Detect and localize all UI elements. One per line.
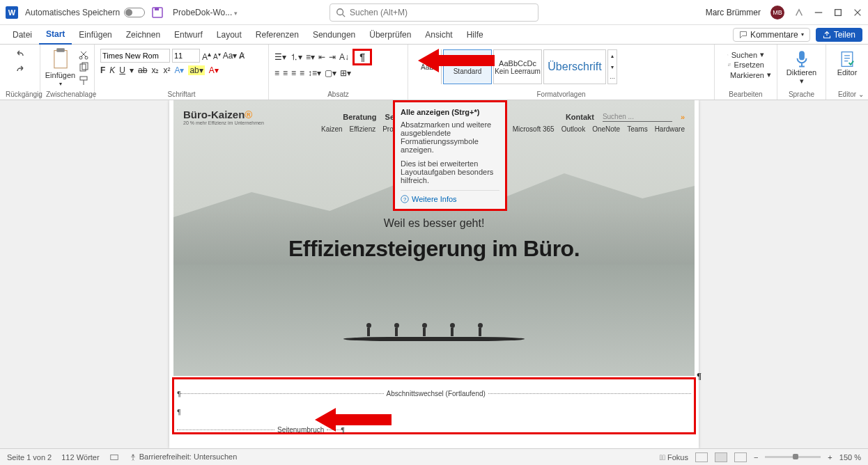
subnav-m365: Microsoft 365 [513, 125, 555, 133]
status-page[interactable]: Seite 1 von 2 [7, 453, 52, 462]
redo-icon[interactable] [15, 65, 26, 77]
close-icon[interactable] [853, 8, 862, 17]
maximize-icon[interactable] [833, 8, 843, 17]
view-web-icon[interactable] [734, 452, 747, 462]
zoom-slider[interactable] [765, 456, 821, 458]
svg-text:?: ? [403, 196, 406, 203]
svg-marker-19 [418, 49, 495, 72]
status-focus[interactable]: �⃞ Fokus [660, 453, 688, 462]
align-right-icon[interactable]: ≡ [291, 68, 296, 78]
document-name[interactable]: ProbeDok-Wo... [173, 8, 238, 17]
clear-format-icon[interactable]: A̷ [239, 51, 245, 61]
change-case-icon[interactable]: Aa▾ [223, 51, 238, 61]
bold-button[interactable]: F [100, 65, 105, 75]
paste-icon [51, 47, 70, 70]
hero-logo-sub: 20 % mehr Effizienz im Unternehmen [183, 120, 264, 125]
superscript-button[interactable]: x² [163, 65, 170, 75]
annotation-arrow-bottom [315, 408, 392, 432]
minimize-icon[interactable] [814, 8, 823, 17]
tab-layout[interactable]: Layout [210, 25, 249, 45]
strike-button[interactable]: ab [138, 65, 147, 75]
style-no-spacing[interactable]: AaBbCcDcKein Leerraum [493, 49, 542, 84]
share-button[interactable]: Teilen [816, 28, 862, 42]
subscript-button[interactable]: x₂ [151, 65, 159, 75]
sort-icon[interactable]: A↓ [339, 52, 349, 62]
dictate-button[interactable]: Diktieren▾ [783, 47, 820, 88]
italic-button[interactable]: K [109, 65, 115, 75]
shrink-font-icon[interactable]: A▾ [213, 51, 221, 61]
tab-zeichnen[interactable]: Zeichnen [119, 25, 167, 45]
dictate-label: Diktieren [786, 68, 816, 77]
replace-icon [727, 61, 731, 69]
ribbon-collapse-icon[interactable]: ⌄ [858, 90, 864, 98]
justify-icon[interactable]: ≡ [300, 68, 304, 78]
subnav-outlook: Outlook [561, 125, 585, 133]
subnav-teams: Teams [627, 125, 647, 133]
zoom-in-icon[interactable]: + [828, 453, 832, 462]
hero-search: Suchen ... [603, 112, 672, 122]
zoom-out-icon[interactable]: − [754, 453, 758, 462]
tab-datei[interactable]: Datei [6, 25, 39, 45]
grow-font-icon[interactable]: A▴ [202, 50, 211, 62]
subnav-onenote: OneNote [592, 125, 620, 133]
find-button[interactable]: Suchen ▾ [727, 50, 764, 59]
increase-indent-icon[interactable]: ⇥ [329, 52, 336, 62]
comments-button[interactable]: Kommentare ▾ [733, 28, 810, 42]
select-button[interactable]: Markieren ▾ [727, 70, 764, 79]
highlight-icon[interactable]: ab▾ [188, 65, 204, 75]
align-center-icon[interactable]: ≡ [283, 68, 288, 78]
view-read-icon[interactable] [695, 452, 708, 462]
svg-rect-1 [155, 8, 159, 10]
copy-icon[interactable] [78, 62, 89, 73]
tab-einfuegen[interactable]: Einfügen [72, 25, 118, 45]
numbering-icon[interactable]: ⒈▾ [290, 52, 302, 63]
multilevel-icon[interactable]: ≡▾ [306, 52, 315, 62]
autosave-toggle[interactable] [124, 8, 145, 17]
align-left-icon[interactable]: ≡ [274, 68, 279, 78]
font-color-icon[interactable]: A▾ [209, 65, 219, 75]
svg-line-16 [728, 55, 729, 56]
zoom-level[interactable]: 150 % [839, 453, 861, 462]
tab-ansicht[interactable]: Ansicht [418, 25, 459, 45]
status-accessibility[interactable]: Barrierefreiheit: Untersuchen [129, 452, 238, 462]
styles-group-label: Formatvorlagen [414, 90, 708, 100]
bullets-icon[interactable]: ☰▾ [274, 52, 286, 62]
show-hide-paragraph-button[interactable]: ¶ [352, 49, 372, 65]
shading-icon[interactable]: ▢▾ [325, 68, 336, 78]
save-icon[interactable] [152, 7, 163, 18]
view-print-icon[interactable] [715, 452, 727, 462]
tab-ueberpruefen[interactable]: Überprüfen [362, 25, 418, 45]
text-effects-icon[interactable]: A▾ [174, 65, 184, 75]
style-heading[interactable]: Überschrift [543, 49, 606, 84]
replace-button[interactable]: Ersetzen [727, 61, 764, 69]
tab-start[interactable]: Start [39, 25, 72, 45]
cut-icon[interactable] [78, 49, 89, 60]
undo-icon[interactable] [15, 50, 26, 61]
paste-button[interactable]: Einfügen ▾ [45, 47, 75, 87]
status-words[interactable]: 112 Wörter [61, 453, 99, 462]
underline-button[interactable]: U [119, 65, 125, 75]
user-name[interactable]: Marc Brümmer [706, 8, 761, 17]
decrease-indent-icon[interactable]: ⇤ [318, 52, 325, 62]
borders-icon[interactable]: ⊞▾ [340, 68, 351, 78]
clipboard-group-label: Zwischenablage [46, 90, 88, 100]
font-name-select[interactable] [100, 49, 170, 63]
tab-hilfe[interactable]: Hilfe [460, 25, 490, 45]
tab-sendungen[interactable]: Sendungen [306, 25, 362, 45]
user-avatar[interactable]: MB [770, 6, 784, 19]
subnav-kaizen: Kaizen [321, 125, 343, 133]
tab-entwurf[interactable]: Entwurf [167, 25, 210, 45]
coming-soon-icon[interactable] [794, 8, 804, 17]
paste-label: Einfügen [45, 71, 75, 79]
font-size-select[interactable] [172, 49, 200, 63]
tooltip-more-link[interactable]: ? Weitere Infos [401, 190, 499, 203]
editor-button[interactable]: Editor [832, 47, 862, 79]
language-icon[interactable] [109, 452, 119, 462]
format-painter-icon[interactable] [78, 75, 89, 86]
tab-referenzen[interactable]: Referenzen [249, 25, 306, 45]
search-icon [336, 8, 346, 17]
microphone-icon [794, 50, 809, 68]
search-box[interactable]: Suchen (Alt+M) [330, 3, 538, 22]
styles-more-icon[interactable]: ▴▾⋯ [607, 49, 617, 84]
line-spacing-icon[interactable]: ↕≡▾ [308, 68, 321, 78]
